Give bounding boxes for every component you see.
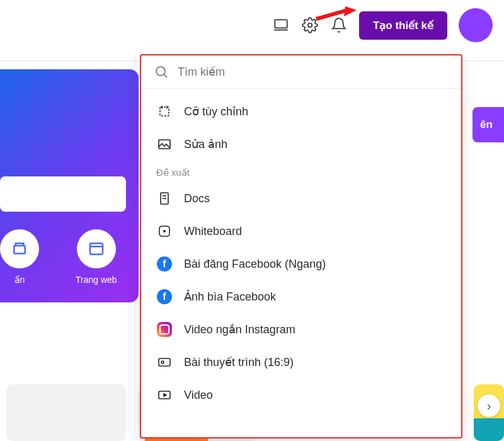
menu-item-presentation[interactable]: Bài thuyết trình (16:9) xyxy=(141,346,461,379)
top-header: Tạo thiết kế xyxy=(0,0,504,50)
create-design-dropdown: Cỡ tùy chỉnh Sửa ảnh Đề xuất Docs Whiteb… xyxy=(140,54,462,438)
dropdown-menu: Cỡ tùy chỉnh Sửa ảnh Đề xuất Docs Whiteb… xyxy=(141,89,461,418)
facebook-icon xyxy=(156,289,173,305)
menu-item-label: Docs xyxy=(184,192,210,205)
hero-category-print[interactable]: ấn xyxy=(0,229,39,285)
hero-category-website[interactable]: Trang web xyxy=(76,229,117,285)
menu-item-facebook-cover[interactable]: Ảnh bìa Facebook xyxy=(141,280,461,313)
menu-item-label: Bài thuyết trình (16:9) xyxy=(184,355,294,369)
menu-item-docs[interactable]: Docs xyxy=(141,182,461,215)
svg-rect-9 xyxy=(159,140,170,149)
menu-item-label: Video xyxy=(184,389,213,402)
svg-rect-4 xyxy=(90,243,103,255)
docs-icon xyxy=(156,190,173,207)
search-icon xyxy=(154,64,169,79)
whiteboard-icon xyxy=(156,223,173,239)
dropdown-section-label: Đề xuất xyxy=(141,161,461,182)
menu-item-whiteboard[interactable]: Whiteboard xyxy=(141,215,461,248)
svg-rect-15 xyxy=(159,358,170,366)
annotation-arrow xyxy=(315,5,359,23)
dropdown-search-row[interactable] xyxy=(141,55,461,89)
menu-item-label: Sửa ảnh xyxy=(184,137,227,151)
menu-item-custom-size[interactable]: Cỡ tùy chỉnh xyxy=(141,95,461,128)
custom-size-icon xyxy=(156,103,173,120)
menu-item-label: Bài đăng Facebook (Ngang) xyxy=(184,258,326,271)
menu-item-video[interactable]: Video xyxy=(141,379,461,411)
hero-label: ấn xyxy=(14,275,25,285)
menu-item-facebook-post[interactable]: Bài đăng Facebook (Ngang) xyxy=(141,248,461,280)
svg-rect-0 xyxy=(275,20,287,28)
menu-item-edit-photo[interactable]: Sửa ảnh xyxy=(141,128,461,161)
avatar[interactable] xyxy=(459,8,493,42)
menu-item-label: Whiteboard xyxy=(184,225,242,238)
hero-banner: ấn Trang web xyxy=(0,69,139,302)
search-input[interactable] xyxy=(178,66,449,79)
svg-line-7 xyxy=(164,75,167,77)
hero-search-box[interactable] xyxy=(0,176,126,212)
menu-item-label: Ảnh bìa Facebook xyxy=(184,290,276,304)
desktop-icon[interactable] xyxy=(272,16,290,34)
facebook-icon xyxy=(156,256,173,272)
instagram-icon xyxy=(156,321,173,338)
svg-marker-18 xyxy=(164,394,166,396)
svg-point-2 xyxy=(308,23,312,28)
side-pill[interactable]: ên xyxy=(472,107,504,142)
presentation-icon xyxy=(156,354,173,370)
thumb-blank[interactable] xyxy=(6,384,126,441)
svg-point-6 xyxy=(156,67,165,76)
video-icon xyxy=(156,387,173,403)
hero-label: Trang web xyxy=(76,275,117,285)
svg-rect-3 xyxy=(14,246,25,254)
thumb-next-button[interactable]: › xyxy=(478,394,500,417)
svg-point-14 xyxy=(164,231,165,232)
svg-point-16 xyxy=(161,361,164,364)
create-design-button[interactable]: Tạo thiết kế xyxy=(359,11,447,40)
menu-item-instagram-reel[interactable]: Video ngắn Instagram xyxy=(141,313,461,346)
svg-rect-8 xyxy=(160,107,169,116)
edit-photo-icon xyxy=(156,136,173,152)
menu-item-label: Cỡ tùy chỉnh xyxy=(184,105,248,118)
menu-item-label: Video ngắn Instagram xyxy=(184,323,295,336)
